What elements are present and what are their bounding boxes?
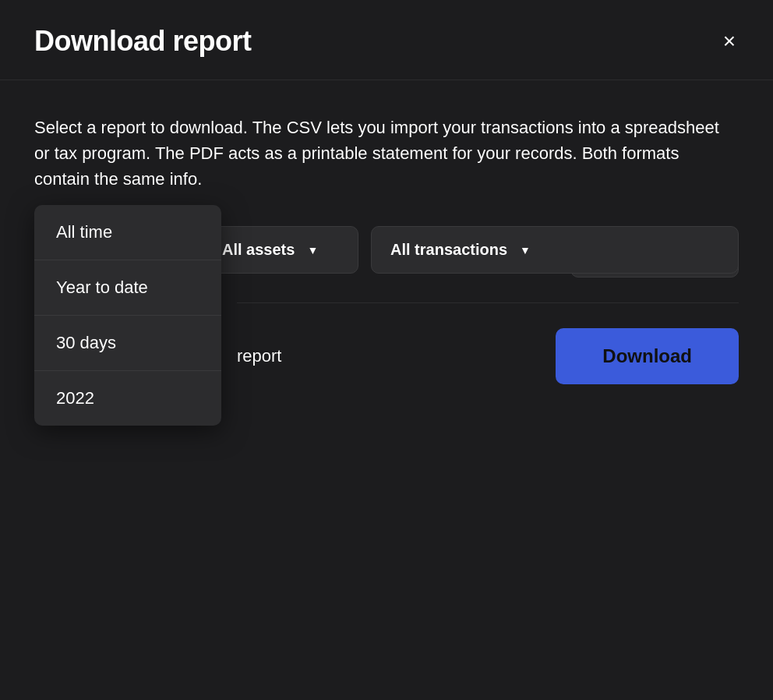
dropdown-item-year-to-date[interactable]: Year to date: [34, 260, 221, 316]
dropdown-item-2022[interactable]: 2022: [34, 371, 221, 426]
assets-filter-label: All assets: [222, 241, 295, 259]
transactions-filter-dropdown[interactable]: All transactions ▼: [371, 226, 739, 274]
chevron-down-icon: ▼: [307, 244, 318, 256]
modal: Download report × Select a report to dow…: [0, 0, 773, 700]
description-text: Select a report to download. The CSV let…: [34, 115, 736, 192]
pdf-report-row: report Download: [237, 303, 739, 409]
close-button[interactable]: ×: [720, 27, 739, 55]
assets-filter-dropdown[interactable]: All assets ▼: [203, 226, 358, 274]
dropdown-item-all-time[interactable]: All time: [34, 205, 221, 260]
dropdown-item-30-days[interactable]: 30 days: [34, 316, 221, 371]
modal-body: Select a report to download. The CSV let…: [0, 80, 773, 409]
pdf-report-label: report: [237, 346, 281, 366]
chevron-down-icon: ▼: [520, 244, 531, 256]
transactions-filter-label: All transactions: [390, 241, 507, 259]
modal-header: Download report ×: [0, 0, 773, 80]
download-button[interactable]: Download: [556, 328, 739, 384]
modal-title: Download report: [34, 25, 252, 58]
time-dropdown-menu: All time Year to date 30 days 2022: [34, 205, 221, 426]
